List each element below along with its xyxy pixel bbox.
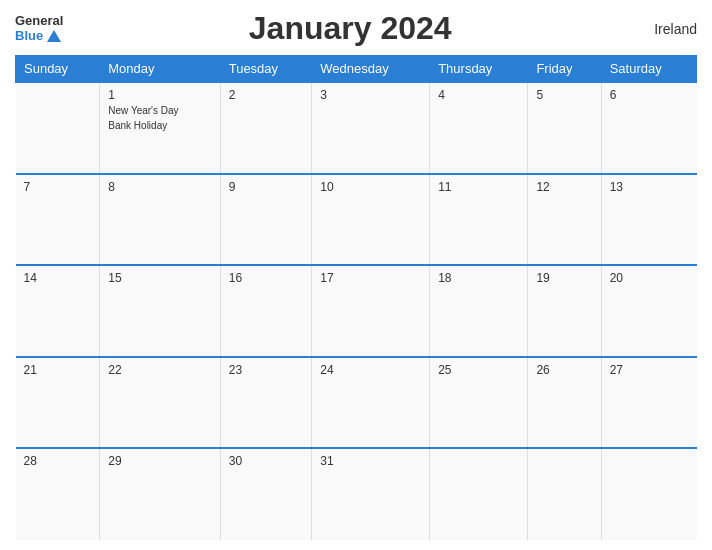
calendar-cell (601, 448, 696, 540)
calendar-cell: 29 (100, 448, 220, 540)
holiday-label: New Year's Day (108, 104, 211, 117)
calendar-week-row: 78910111213 (16, 174, 697, 266)
calendar-cell: 23 (220, 357, 312, 449)
day-number: 4 (438, 88, 519, 102)
calendar-cell: 9 (220, 174, 312, 266)
calendar-cell: 11 (430, 174, 528, 266)
logo: General Blue (15, 14, 63, 43)
calendar-week-row: 14151617181920 (16, 265, 697, 357)
calendar-cell: 1New Year's DayBank Holiday (100, 82, 220, 174)
day-number: 14 (24, 271, 92, 285)
day-number: 7 (24, 180, 92, 194)
day-number: 12 (536, 180, 592, 194)
calendar-header: General Blue January 2024 Ireland (15, 10, 697, 47)
col-monday: Monday (100, 56, 220, 83)
calendar-table: Sunday Monday Tuesday Wednesday Thursday… (15, 55, 697, 540)
col-wednesday: Wednesday (312, 56, 430, 83)
calendar-cell: 2 (220, 82, 312, 174)
calendar-cell: 13 (601, 174, 696, 266)
day-number: 9 (229, 180, 304, 194)
day-number: 3 (320, 88, 421, 102)
day-number: 13 (610, 180, 689, 194)
calendar-cell: 20 (601, 265, 696, 357)
day-number: 30 (229, 454, 304, 468)
day-number: 1 (108, 88, 211, 102)
calendar-cell: 21 (16, 357, 100, 449)
col-sunday: Sunday (16, 56, 100, 83)
col-tuesday: Tuesday (220, 56, 312, 83)
day-number: 25 (438, 363, 519, 377)
logo-general-text: General (15, 14, 63, 28)
calendar-cell: 4 (430, 82, 528, 174)
day-number: 2 (229, 88, 304, 102)
calendar-cell: 15 (100, 265, 220, 357)
day-number: 10 (320, 180, 421, 194)
day-number: 5 (536, 88, 592, 102)
country-label: Ireland (637, 21, 697, 37)
calendar-cell: 8 (100, 174, 220, 266)
day-number: 23 (229, 363, 304, 377)
day-number: 31 (320, 454, 421, 468)
calendar-title: January 2024 (63, 10, 637, 47)
day-number: 24 (320, 363, 421, 377)
day-number: 28 (24, 454, 92, 468)
col-friday: Friday (528, 56, 601, 83)
day-number: 21 (24, 363, 92, 377)
day-number: 18 (438, 271, 519, 285)
calendar-cell: 18 (430, 265, 528, 357)
calendar-week-row: 28293031 (16, 448, 697, 540)
logo-triangle-icon (47, 30, 61, 42)
calendar-cell: 22 (100, 357, 220, 449)
calendar-cell: 28 (16, 448, 100, 540)
calendar-cell: 26 (528, 357, 601, 449)
calendar-cell: 3 (312, 82, 430, 174)
weekday-header-row: Sunday Monday Tuesday Wednesday Thursday… (16, 56, 697, 83)
day-number: 29 (108, 454, 211, 468)
day-number: 20 (610, 271, 689, 285)
calendar-cell: 27 (601, 357, 696, 449)
calendar-cell: 19 (528, 265, 601, 357)
calendar-cell: 17 (312, 265, 430, 357)
day-number: 11 (438, 180, 519, 194)
calendar-cell: 7 (16, 174, 100, 266)
day-number: 22 (108, 363, 211, 377)
day-number: 19 (536, 271, 592, 285)
calendar-week-row: 21222324252627 (16, 357, 697, 449)
calendar-cell (528, 448, 601, 540)
day-number: 8 (108, 180, 211, 194)
col-saturday: Saturday (601, 56, 696, 83)
day-number: 6 (610, 88, 689, 102)
calendar-cell: 5 (528, 82, 601, 174)
calendar-cell: 24 (312, 357, 430, 449)
calendar-cell: 25 (430, 357, 528, 449)
calendar-week-row: 1New Year's DayBank Holiday23456 (16, 82, 697, 174)
logo-blue-text: Blue (15, 29, 63, 43)
day-number: 27 (610, 363, 689, 377)
calendar-cell: 12 (528, 174, 601, 266)
calendar-cell: 30 (220, 448, 312, 540)
day-number: 16 (229, 271, 304, 285)
calendar-cell: 31 (312, 448, 430, 540)
calendar-cell (16, 82, 100, 174)
holiday-label: Bank Holiday (108, 119, 211, 132)
calendar-cell: 14 (16, 265, 100, 357)
day-number: 17 (320, 271, 421, 285)
calendar-cell: 10 (312, 174, 430, 266)
col-thursday: Thursday (430, 56, 528, 83)
calendar-cell: 16 (220, 265, 312, 357)
calendar-cell (430, 448, 528, 540)
day-number: 15 (108, 271, 211, 285)
calendar-container: General Blue January 2024 Ireland Sunday… (0, 0, 712, 550)
calendar-cell: 6 (601, 82, 696, 174)
day-number: 26 (536, 363, 592, 377)
